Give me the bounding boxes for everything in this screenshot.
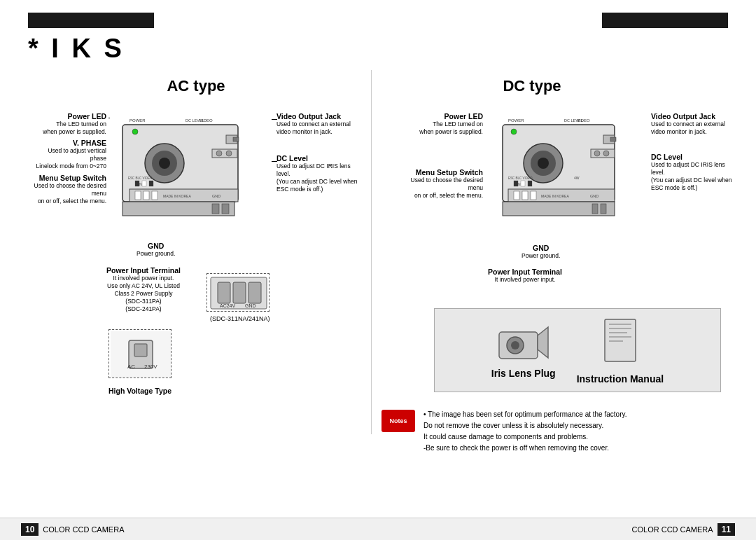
svg-text:ESC BLC VIDEO: ESC BLC VIDEO <box>508 176 533 180</box>
ac-dc-level-title: DC Level <box>276 154 360 162</box>
svg-rect-65 <box>528 181 532 186</box>
ac-power-led-desc: The LED turned onwhen power is supplied. <box>29 120 106 136</box>
dc-dc-level-desc: Used to adjust DC IRIS lens level.(You c… <box>651 161 735 192</box>
ac-camera-diagram: POWER VIDEO DC LEVEL MADE IN KOREA GND <box>108 111 270 240</box>
svg-text:AC24V: AC24V <box>220 303 236 308</box>
svg-rect-60 <box>592 204 598 214</box>
svg-rect-22 <box>222 204 229 214</box>
dc-video-out-title: Video Output Jack <box>651 112 735 120</box>
bottom-bar: 10 COLOR CCD CAMERA COLOR CCD CAMERA 11 <box>0 518 756 540</box>
dc-pit-title: Power Input Terminal <box>476 268 574 276</box>
dc-gnd-desc: Power ground. <box>522 252 560 260</box>
svg-rect-77 <box>609 340 623 342</box>
ac-pit-desc: It involved power input.Use only AC 24V,… <box>94 275 192 313</box>
page-number-left: 10 <box>21 523 38 536</box>
svg-text:GND: GND <box>590 194 598 198</box>
dc-pit-label: Power Input Terminal It involved power i… <box>476 268 574 284</box>
ac-camera-svg: POWER VIDEO DC LEVEL MADE IN KOREA GND <box>108 111 270 240</box>
svg-rect-75 <box>609 332 627 333</box>
ac-video-out-desc: Used to connect an externalvideo monitor… <box>276 120 360 136</box>
svg-rect-16 <box>152 191 158 200</box>
svg-text:GND: GND <box>212 194 220 198</box>
dc-pit-desc: It involved power input. <box>476 276 574 284</box>
ac-power-led-label: Power LED The LED turned onwhen power is… <box>29 112 106 136</box>
svg-rect-25 <box>142 181 146 186</box>
svg-rect-74 <box>609 328 631 329</box>
notes-text: • The image has been set for optimum per… <box>424 409 724 454</box>
svg-rect-31 <box>248 282 261 303</box>
ac-terminal-box: AC24V GND <box>206 273 270 312</box>
dc-power-led-desc: The LED turned onwhen power is supplied. <box>406 120 483 136</box>
dc-camera-svg: POWER VIDEO DC LEVEL MADE IN KOREA GND D… <box>489 111 646 240</box>
instruction-manual-label: Instruction Manual <box>577 373 664 385</box>
svg-text:DC LEVEL: DC LEVEL <box>564 118 583 123</box>
svg-rect-73 <box>609 324 631 325</box>
svg-rect-61 <box>601 204 606 214</box>
dc-dc-level-label: DC Level Used to adjust DC IRIS lens lev… <box>651 153 735 192</box>
ac-hv-label: High Voltage Type <box>91 387 189 395</box>
dc-video-out-desc: Used to connect an externalvideo monitor… <box>651 120 735 136</box>
page-number-right: 11 <box>718 523 735 536</box>
svg-rect-26 <box>149 181 153 186</box>
camera-label-right: COLOR CCD CAMERA <box>632 525 713 534</box>
iris-lens-plug-label: Iris Lens Plug <box>491 368 556 379</box>
svg-marker-69 <box>538 327 548 358</box>
ac-pit-label: Power Input Terminal It involved power i… <box>94 266 192 313</box>
ac-gnd-title: GND <box>136 242 175 250</box>
line-ac-video <box>272 119 277 120</box>
svg-point-12 <box>226 151 232 156</box>
ac-dc-level-desc: Used to adjust DC IRIS lens level.(You c… <box>276 162 360 193</box>
ac-menu-title: Menu Setup Switch <box>29 174 106 182</box>
notes-badge: Notes <box>382 410 415 432</box>
camera-label-left: COLOR CCD CAMERA <box>43 525 124 534</box>
accessories-box: Iris Lens Plug Instruction Manual <box>434 308 721 392</box>
note-line-1: • The image has been set for optimum per… <box>424 409 724 420</box>
ac-power-led-title: Power LED <box>29 112 106 120</box>
ac-pit-title: Power Input Terminal <box>94 266 192 275</box>
svg-rect-54 <box>522 191 528 200</box>
dc-gnd-label: GND Power ground. <box>522 244 560 260</box>
note-line-2: Do not remove the cover unless it is abs… <box>424 420 724 431</box>
ac-menu-label: Menu Setup Switch Used to choose the des… <box>29 174 106 205</box>
ac-terminal-svg: AC24V GND <box>207 274 270 312</box>
svg-rect-63 <box>514 181 518 186</box>
dc-power-led-title: Power LED <box>406 112 483 120</box>
ac-vphase-desc: Used to adjust verticalphaseLinelock mod… <box>29 147 106 170</box>
svg-rect-64 <box>521 181 525 186</box>
center-divider <box>371 70 372 434</box>
note-line-3: It could cause damage to components and … <box>424 431 724 443</box>
svg-point-6 <box>132 129 138 134</box>
svg-text:ESC BLC VIDEO: ESC BLC VIDEO <box>128 176 153 180</box>
page-container: * I K S AC type DC type Power LED The LE… <box>0 0 756 540</box>
svg-text:MADE IN KOREA: MADE IN KOREA <box>163 194 191 198</box>
svg-text:AC: AC <box>127 364 135 370</box>
svg-rect-15 <box>144 191 149 200</box>
svg-rect-36 <box>134 344 147 356</box>
top-bar-right <box>602 13 728 28</box>
svg-point-71 <box>511 341 519 349</box>
ac-video-out-label: Video Output Jack Used to connect an ext… <box>276 112 360 136</box>
svg-rect-24 <box>135 181 139 186</box>
ac-gnd-label: GND Power ground. <box>136 242 175 258</box>
svg-rect-76 <box>609 336 631 338</box>
dc-menu-label: Menu Setup Switch Used to choose the des… <box>406 168 483 200</box>
ac-vphase-title: V. PHASE <box>29 139 106 147</box>
svg-point-42 <box>538 158 549 169</box>
ac-powerled-line <box>108 118 110 118</box>
dc-power-led-label: Power LED The LED turned onwhen power is… <box>406 112 483 136</box>
ac-dc-level-label: DC Level Used to adjust DC IRIS lens lev… <box>276 154 360 193</box>
note-line-4: ‐Be sure to check the power is off when … <box>424 443 724 454</box>
svg-text:230V: 230V <box>144 364 158 370</box>
svg-rect-53 <box>514 191 519 200</box>
iris-lens-plug-item: Iris Lens Plug <box>491 321 556 379</box>
svg-rect-10 <box>212 149 237 158</box>
brand-title: * I K S <box>28 34 125 64</box>
ac-video-out-title: Video Output Jack <box>276 112 360 120</box>
svg-text:GND: GND <box>245 303 256 308</box>
svg-text:MADE IN KOREA: MADE IN KOREA <box>541 194 569 198</box>
svg-point-50 <box>594 151 600 156</box>
dc-menu-title: Menu Setup Switch <box>406 168 483 176</box>
ac-sdc-note: (SDC-311NA/241NA) <box>210 315 270 322</box>
ac-gnd-desc: Power ground. <box>136 250 175 258</box>
svg-point-51 <box>603 151 609 156</box>
